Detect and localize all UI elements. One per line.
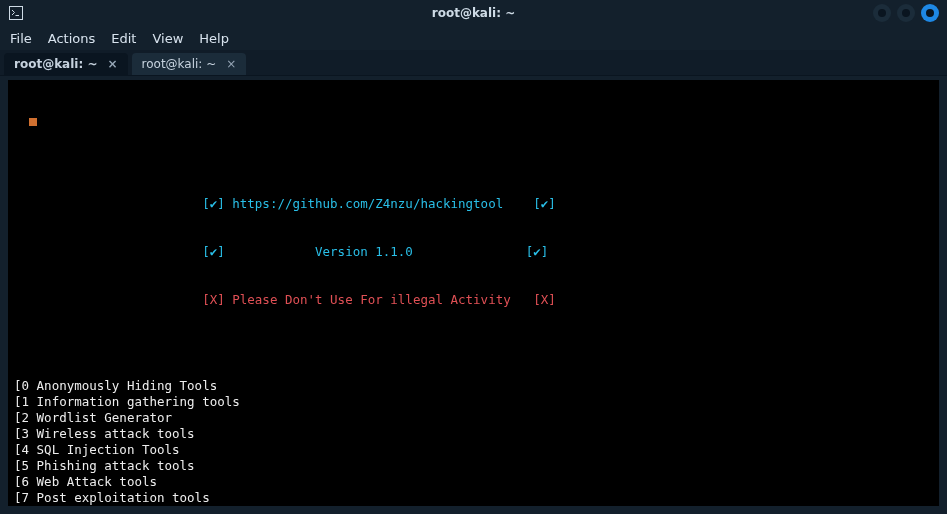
tab-label: root@kali: ~ <box>142 57 217 71</box>
orange-square-icon <box>29 118 37 126</box>
tab-label: root@kali: ~ <box>14 57 97 71</box>
tab-bar: root@kali: ~×root@kali: ~× <box>0 50 947 76</box>
menu-item-4: [4 SQL Injection Tools <box>14 442 933 458</box>
header-url-line: [✔] https://github.com/Z4nzu/hackingtool… <box>202 196 556 211</box>
tab-1[interactable]: root@kali: ~× <box>132 53 247 75</box>
menubar: FileActionsEditViewHelp <box>0 26 947 50</box>
menu-actions[interactable]: Actions <box>48 31 96 46</box>
terminal-top-indicator <box>14 116 933 132</box>
window-title: root@kali: ~ <box>0 6 947 20</box>
close-icon[interactable]: × <box>105 57 119 71</box>
menu-item-5: [5 Phishing attack tools <box>14 458 933 474</box>
maximize-button[interactable] <box>897 4 915 22</box>
window-titlebar: root@kali: ~ <box>0 0 947 26</box>
menu-item-7: [7 Post exploitation tools <box>14 490 933 506</box>
menu-item-1: [1 Information gathering tools <box>14 394 933 410</box>
window-controls <box>873 4 947 22</box>
close-button[interactable] <box>921 4 939 22</box>
terminal-icon <box>8 5 24 21</box>
close-icon[interactable]: × <box>224 57 238 71</box>
header-version-line: [✔] Version 1.1.0 [✔] <box>202 244 548 259</box>
menu-view[interactable]: View <box>152 31 183 46</box>
menu-item-3: [3 Wireless attack tools <box>14 426 933 442</box>
menu-file[interactable]: File <box>10 31 32 46</box>
menu-item-0: [0 Anonymously Hiding Tools <box>14 378 933 394</box>
menu-edit[interactable]: Edit <box>111 31 136 46</box>
menu-item-6: [6 Web Attack tools <box>14 474 933 490</box>
tab-0[interactable]: root@kali: ~× <box>4 53 128 75</box>
header-block: [✔] https://github.com/Z4nzu/hackingtool… <box>14 164 933 340</box>
svg-rect-0 <box>10 7 23 20</box>
terminal[interactable]: [✔] https://github.com/Z4nzu/hackingtool… <box>8 80 939 506</box>
menu-item-2: [2 Wordlist Generator <box>14 410 933 426</box>
tool-menu: [0 Anonymously Hiding Tools[1 Informatio… <box>14 378 933 506</box>
menu-help[interactable]: Help <box>199 31 229 46</box>
minimize-button[interactable] <box>873 4 891 22</box>
header-warning-line: [X] Please Don't Use For illegal Activit… <box>202 292 556 307</box>
